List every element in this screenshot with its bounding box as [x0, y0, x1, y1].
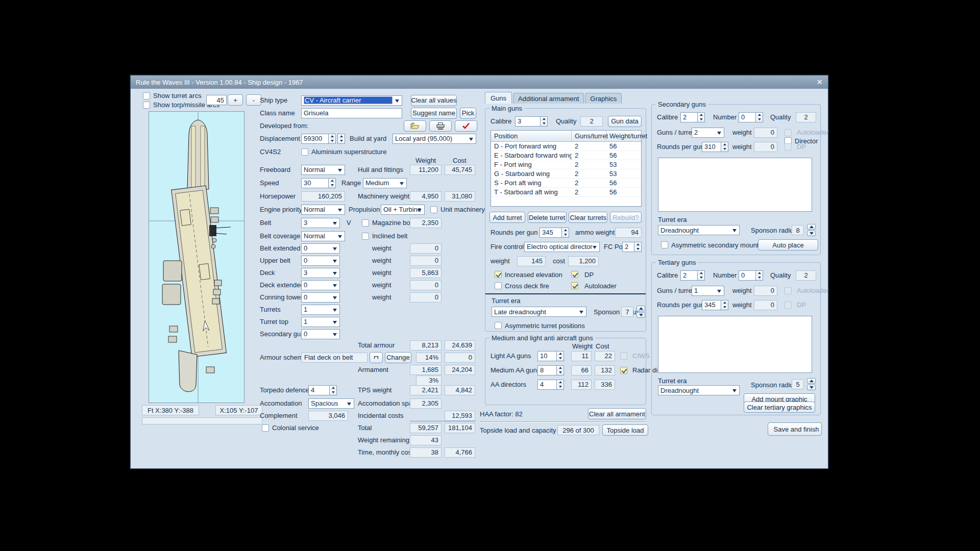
save-and-finish-button[interactable]: Save and finish [768, 422, 822, 436]
fc-spin-buttons[interactable] [634, 242, 642, 252]
unit-machinery-checkbox[interactable] [430, 206, 437, 213]
rounds-spin-buttons[interactable] [561, 228, 569, 238]
suggest-name-button[interactable]: Suggest name [411, 108, 457, 119]
main-calibre-stepper[interactable]: 3 [515, 116, 548, 127]
open-file-button[interactable] [404, 120, 426, 132]
accomodation-select[interactable]: Spacious [308, 398, 354, 409]
ter-rounds-stepper[interactable]: 345 [702, 300, 728, 310]
speed-stepper[interactable]: 30 [301, 178, 336, 188]
light-aa-stepper[interactable]: 10 [537, 351, 564, 361]
table-row[interactable]: F - Port wing 2 53 [491, 160, 641, 169]
ter-calibre-stepper[interactable]: 2 [680, 270, 705, 281]
table-row[interactable]: T - Starboard aft wing 2 56 [491, 188, 641, 197]
delete-turret-button[interactable]: Delete turret [528, 212, 567, 223]
speed-spin-buttons[interactable] [328, 178, 336, 188]
medium-aa-stepper[interactable]: 8 [537, 365, 564, 375]
table-row[interactable]: G - Starboard wing 2 53 [491, 169, 641, 179]
ter-sponson-radius-buttons[interactable] [807, 378, 816, 390]
range-select[interactable]: Medium [363, 178, 407, 188]
upper-belt-select[interactable]: 0 [301, 256, 340, 266]
aa-directors-spin-buttons[interactable] [556, 380, 564, 390]
autoloader-checkbox[interactable] [571, 282, 578, 289]
table-row[interactable]: S - Port aft wing 2 56 [491, 179, 641, 188]
displacement-fine-spin-buttons[interactable] [337, 134, 345, 144]
secondary-guns-count-select[interactable]: 0 [301, 329, 340, 339]
build-at-yard-select[interactable]: Local yard (95,000) [393, 134, 476, 144]
radar-dir-checkbox[interactable] [620, 367, 627, 374]
ter-guns-per-turret-select[interactable]: 1 [692, 286, 724, 296]
ter-number-spin-buttons[interactable] [755, 270, 763, 281]
arrow-down-icon[interactable] [636, 312, 645, 318]
armour-scheme-icon-button[interactable] [370, 352, 383, 363]
auto-place-button[interactable]: Auto place [758, 239, 818, 251]
ter-rounds-spin-buttons[interactable] [721, 300, 728, 310]
arrow-up-icon[interactable] [636, 306, 645, 311]
deck-select[interactable]: 3 [301, 268, 340, 278]
sec-calibre-spin-buttons[interactable] [697, 112, 705, 122]
main-sponson-radius-buttons[interactable] [636, 306, 645, 318]
inclined-belt-checkbox[interactable] [362, 233, 369, 240]
arrow-down-icon[interactable] [807, 385, 816, 390]
angle-value-field[interactable]: 45 [206, 95, 227, 105]
sec-sponson-radius-buttons[interactable] [807, 224, 816, 236]
light-aa-spin-buttons[interactable] [556, 351, 564, 361]
tab-additional-armament[interactable]: Additional armament [513, 93, 584, 104]
magazine-box-checkbox[interactable] [362, 219, 369, 227]
turret-positions-table[interactable]: Position Guns/turret Weight/turret D - P… [491, 130, 642, 207]
fire-control-select[interactable]: Electro optical director [524, 242, 600, 252]
ter-calibre-spin-buttons[interactable] [697, 270, 705, 281]
asymmetric-turret-positions-checkbox[interactable] [495, 322, 502, 329]
class-name-input[interactable] [301, 108, 402, 118]
turret-top-select[interactable]: 1 [301, 317, 340, 327]
main-calibre-spin-buttons[interactable] [540, 116, 548, 127]
tertiary-mounts-listbox[interactable] [658, 316, 812, 373]
show-torp-arcs-checkbox[interactable] [143, 102, 150, 109]
displacement-stepper[interactable]: 59300 [301, 134, 336, 144]
sec-calibre-stepper[interactable]: 2 [680, 112, 705, 122]
displacement-spin-buttons[interactable] [328, 134, 336, 144]
conning-tower-select[interactable]: 0 [301, 292, 340, 303]
tab-graphics[interactable]: Graphics [585, 93, 622, 104]
torpedo-defence-stepper[interactable]: 4 [308, 385, 337, 395]
show-turret-arcs-checkbox[interactable] [143, 92, 150, 99]
sec-number-stepper[interactable]: 0 [739, 112, 763, 122]
ter-number-stepper[interactable]: 0 [739, 270, 763, 281]
ship-drawing-canvas[interactable] [149, 111, 244, 403]
turrets-select[interactable]: 1 [301, 305, 340, 315]
belt-coverage-select[interactable]: Normal [301, 231, 345, 241]
guns-per-turret-column-header[interactable]: Guns/turret [572, 131, 606, 141]
clear-turrets-button[interactable]: Clear turrets [569, 212, 607, 223]
aluminium-superstructure-checkbox[interactable] [301, 148, 308, 156]
engine-priority-select[interactable]: Normal [301, 205, 345, 215]
aa-directors-stepper[interactable]: 4 [537, 380, 564, 390]
freeboard-select[interactable]: Normal [301, 165, 345, 175]
arrow-down-icon[interactable] [807, 231, 816, 236]
colonial-service-checkbox[interactable] [262, 424, 269, 432]
weight-per-turret-column-header[interactable]: Weight/turret [606, 131, 638, 141]
ter-turret-era-select[interactable]: Dreadnought [658, 385, 740, 395]
print-button[interactable] [429, 120, 452, 132]
cross-deck-fire-checkbox[interactable] [495, 282, 502, 289]
propulsion-select[interactable]: Oil + Turbine [381, 205, 425, 215]
arrow-up-icon[interactable] [807, 378, 816, 384]
title-bar[interactable]: Rule the Waves III - Version 1.00.84 - S… [131, 76, 828, 89]
angle-plus-button[interactable]: + [228, 94, 243, 106]
close-icon[interactable]: ✕ [816, 78, 823, 87]
clear-tertiary-graphics-button[interactable]: Clear tertiary graphics [744, 402, 815, 413]
belt-select[interactable]: 3 [301, 218, 340, 228]
position-column-header[interactable]: Position [491, 131, 572, 141]
clear-all-armament-button[interactable]: Clear all armament [588, 408, 646, 419]
gun-data-button[interactable]: Gun data [608, 116, 642, 127]
sec-number-spin-buttons[interactable] [755, 112, 763, 122]
sec-guns-per-turret-select[interactable]: 2 [692, 128, 724, 138]
dp-checkbox[interactable] [571, 271, 578, 278]
pick-button[interactable]: Pick [460, 108, 476, 119]
arrow-up-icon[interactable] [807, 224, 816, 230]
sec-rounds-stepper[interactable]: 310 [702, 142, 728, 152]
validate-button[interactable] [455, 120, 477, 132]
deck-extended-select[interactable]: 0 [301, 280, 340, 290]
rounds-per-gun-stepper[interactable]: 345 [540, 228, 569, 238]
tab-guns[interactable]: Guns [485, 92, 512, 104]
secondary-mounts-listbox[interactable] [658, 158, 812, 212]
increased-elevation-checkbox[interactable] [495, 271, 502, 278]
